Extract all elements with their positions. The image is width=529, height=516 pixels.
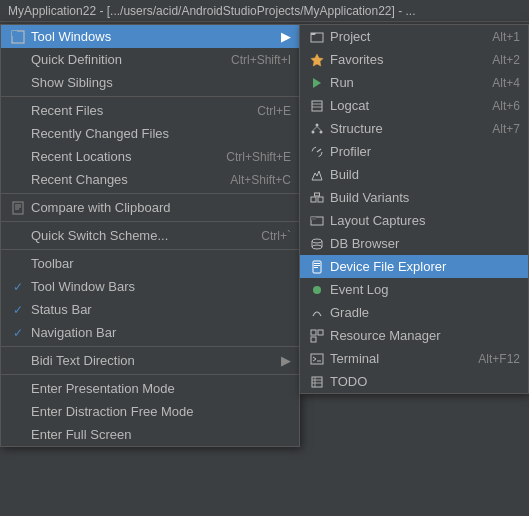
terminal-shortcut: Alt+F12 (478, 352, 520, 366)
submenu-todo[interactable]: TODO (300, 370, 528, 393)
svg-point-27 (312, 245, 322, 249)
logcat-shortcut: Alt+6 (492, 99, 520, 113)
svg-rect-21 (315, 193, 320, 196)
menu-item-presentation-mode[interactable]: Enter Presentation Mode (1, 377, 299, 400)
compare-clipboard-label: Compare with Clipboard (31, 200, 291, 215)
navigation-bar-label: Navigation Bar (31, 325, 291, 340)
run-label: Run (330, 75, 476, 90)
menu-item-recent-changes[interactable]: Recent Changes Alt+Shift+C (1, 168, 299, 191)
project-icon (308, 30, 326, 44)
submenu-db-browser[interactable]: DB Browser (300, 232, 528, 255)
favorites-shortcut: Alt+2 (492, 53, 520, 67)
svg-rect-19 (311, 197, 316, 202)
submenu-logcat[interactable]: Logcat Alt+6 (300, 94, 528, 117)
status-bar-label: Status Bar (31, 302, 291, 317)
recent-files-label: Recent Files (31, 103, 241, 118)
layout-captures-icon (308, 214, 326, 228)
title-text: MyApplication22 - [.../users/acid/Androi… (8, 4, 416, 18)
svg-rect-35 (311, 354, 323, 364)
recent-changes-shortcut: Alt+Shift+C (230, 173, 291, 187)
submenu-event-log[interactable]: Event Log (300, 278, 528, 301)
layout-captures-label: Layout Captures (330, 213, 520, 228)
profiler-label: Profiler (330, 144, 520, 159)
svg-rect-33 (318, 330, 323, 335)
menu-item-quick-definition[interactable]: Quick Definition Ctrl+Shift+I (1, 48, 299, 71)
run-shortcut: Alt+4 (492, 76, 520, 90)
submenu-device-file-explorer[interactable]: Device File Explorer (300, 255, 528, 278)
db-browser-label: DB Browser (330, 236, 520, 251)
profiler-icon (308, 145, 326, 159)
submenu-build-variants[interactable]: Build Variants (300, 186, 528, 209)
svg-rect-31 (314, 267, 318, 268)
submenu-build[interactable]: Build (300, 163, 528, 186)
svg-line-18 (317, 149, 321, 152)
navigation-bar-check: ✓ (9, 326, 27, 340)
tool-windows-icon (9, 30, 27, 44)
tool-windows-arrow: ▶ (281, 29, 291, 44)
svg-rect-2 (13, 202, 23, 214)
recent-files-shortcut: Ctrl+E (257, 104, 291, 118)
menu-item-recent-files[interactable]: Recent Files Ctrl+E (1, 99, 299, 122)
menu-item-status-bar[interactable]: ✓ Status Bar (1, 298, 299, 321)
logcat-label: Logcat (330, 98, 476, 113)
gradle-icon (308, 306, 326, 320)
build-variants-icon (308, 191, 326, 205)
submenu-resource-manager[interactable]: Resource Manager (300, 324, 528, 347)
menu-item-quick-switch[interactable]: Quick Switch Scheme... Ctrl+` (1, 224, 299, 247)
submenu-favorites[interactable]: Favorites Alt+2 (300, 48, 528, 71)
recent-changes-label: Recent Changes (31, 172, 214, 187)
svg-rect-37 (312, 377, 322, 387)
menu-item-compare-clipboard[interactable]: Compare with Clipboard (1, 196, 299, 219)
separator-1 (1, 96, 299, 97)
tool-window-bars-label: Tool Window Bars (31, 279, 291, 294)
quick-switch-shortcut: Ctrl+` (261, 229, 291, 243)
presentation-label: Enter Presentation Mode (31, 381, 291, 396)
build-icon (308, 168, 326, 182)
menu-item-navigation-bar[interactable]: ✓ Navigation Bar (1, 321, 299, 344)
separator-2 (1, 193, 299, 194)
svg-rect-32 (311, 330, 316, 335)
resource-manager-label: Resource Manager (330, 328, 520, 343)
submenu-run[interactable]: Run Alt+4 (300, 71, 528, 94)
recently-changed-label: Recently Changed Files (31, 126, 291, 141)
tool-windows-submenu: Project Alt+1 Favorites Alt+2 Run Alt+4 … (299, 24, 529, 394)
menu-item-distraction-free[interactable]: Enter Distraction Free Mode (1, 400, 299, 423)
quick-def-label: Quick Definition (31, 52, 215, 67)
structure-icon (308, 122, 326, 136)
submenu-project[interactable]: Project Alt+1 (300, 25, 528, 48)
tool-windows-label: Tool Windows (31, 29, 273, 44)
svg-rect-30 (314, 265, 320, 266)
favorites-label: Favorites (330, 52, 476, 67)
submenu-gradle[interactable]: Gradle (300, 301, 528, 324)
distraction-free-label: Enter Distraction Free Mode (31, 404, 291, 419)
menu-item-recently-changed[interactable]: Recently Changed Files (1, 122, 299, 145)
menu-item-show-siblings[interactable]: Show Siblings (1, 71, 299, 94)
terminal-icon (308, 352, 326, 366)
device-file-explorer-icon (308, 260, 326, 274)
status-bar-check: ✓ (9, 303, 27, 317)
favorites-icon (308, 53, 326, 67)
submenu-profiler[interactable]: Profiler (300, 140, 528, 163)
menu-item-recent-locations[interactable]: Recent Locations Ctrl+Shift+E (1, 145, 299, 168)
svg-rect-20 (318, 197, 323, 202)
submenu-structure[interactable]: Structure Alt+7 (300, 117, 528, 140)
db-browser-icon (308, 237, 326, 251)
bidi-text-arrow: ▶ (281, 353, 291, 368)
submenu-layout-captures[interactable]: Layout Captures (300, 209, 528, 232)
title-bar: MyApplication22 - [.../users/acid/Androi… (0, 0, 529, 22)
svg-rect-9 (312, 101, 322, 111)
svg-rect-34 (311, 337, 316, 342)
svg-line-15 (313, 126, 317, 130)
menu-item-toolbar[interactable]: Toolbar (1, 252, 299, 275)
menu-item-tool-windows[interactable]: Tool Windows ▶ (1, 25, 299, 48)
device-file-explorer-label: Device File Explorer (330, 259, 520, 274)
menu-item-full-screen[interactable]: Enter Full Screen (1, 423, 299, 446)
structure-shortcut: Alt+7 (492, 122, 520, 136)
svg-marker-8 (313, 78, 321, 88)
submenu-terminal[interactable]: Terminal Alt+F12 (300, 347, 528, 370)
project-label: Project (330, 29, 476, 44)
bidi-text-label: Bidi Text Direction (31, 353, 273, 368)
menu-item-tool-window-bars[interactable]: ✓ Tool Window Bars (1, 275, 299, 298)
run-icon (308, 76, 326, 90)
menu-item-bidi-text[interactable]: Bidi Text Direction ▶ (1, 349, 299, 372)
